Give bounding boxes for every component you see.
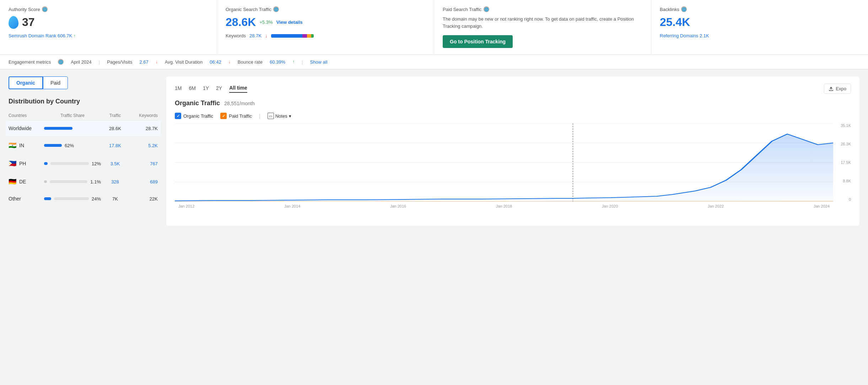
keywords-value: 28.7K [249, 33, 262, 38]
worldwide-traffic-bar [44, 127, 72, 130]
organic-paid-tabs: Organic Paid [9, 76, 158, 89]
export-icon [829, 86, 834, 91]
paid-legend-label: Paid Traffic [229, 113, 252, 119]
worldwide-keywords: 28.7K [129, 126, 158, 131]
x-label-2016: Jan 2016 [390, 204, 406, 208]
bar-green [311, 34, 313, 38]
other-traffic: 7K [101, 196, 129, 202]
backlinks-value-row: 25.4K [660, 16, 859, 29]
goto-position-tracking-button[interactable]: Go to Position Tracking [443, 35, 513, 48]
engagement-period: April 2024 [71, 59, 92, 65]
x-axis-labels: Jan 2012 Jan 2014 Jan 2016 Jan 2018 Jan … [175, 204, 833, 208]
worldwide-bar [44, 127, 101, 130]
bar-blue [271, 34, 302, 38]
x-label-2024: Jan 2024 [814, 204, 830, 208]
authority-score-label: Authority Score [9, 7, 40, 12]
y-label-17k: 17.5K [835, 160, 851, 165]
notes-chevron-icon: ▾ [289, 113, 291, 119]
chart-organic-area [175, 134, 833, 202]
authority-score-value-row: 37 [9, 16, 208, 29]
traffic-chart [175, 123, 833, 202]
in-traffic-bar [44, 144, 62, 147]
time-tab-6m[interactable]: 6M [189, 85, 195, 92]
other-traffic-bar [44, 197, 51, 200]
tab-paid[interactable]: Paid [43, 76, 68, 89]
table-row: Other 24% 7K 22K [9, 191, 158, 207]
table-row: 🇮🇳 IN 62% 17.8K 5.2K [9, 137, 158, 155]
organic-search-card: Organic Search Traffic 🌐 28.6K +5.3% Vie… [217, 0, 434, 54]
backlinks-card: Backlinks 🌐 25.4K Referring Domains 2.1K [651, 0, 868, 54]
tab-organic[interactable]: Organic [9, 76, 43, 89]
organic-search-value-row: 28.6K +5.3% View details [226, 16, 425, 29]
organic-legend-label: Organic Traffic [183, 113, 213, 119]
x-label-2012: Jan 2012 [178, 204, 194, 208]
backlinks-title: Backlinks 🌐 [660, 6, 859, 12]
time-tab-2y[interactable]: 2Y [216, 85, 222, 92]
organic-change: +5.3% [259, 20, 273, 25]
x-label-2014: Jan 2014 [284, 204, 300, 208]
other-bar-bg [54, 197, 89, 200]
authority-score-sub: Semrush Domain Rank 606.7K ↑ [9, 33, 208, 38]
time-tab-1y[interactable]: 1Y [203, 85, 209, 92]
x-label-2018: Jan 2018 [496, 204, 512, 208]
bar-purple [302, 34, 307, 38]
col-countries: Countries [9, 113, 44, 118]
organic-search-label: Organic Search Traffic [226, 7, 271, 12]
paid-globe-icon: 🌐 [484, 6, 489, 12]
ph-traffic: 3.5K [101, 161, 129, 166]
table-row: Worldwide 28.6K 28.7K [6, 121, 161, 137]
y-label-0: 0 [835, 197, 851, 202]
show-all-link[interactable]: Show all [310, 59, 327, 65]
backlinks-sub: Referring Domains 2.1K [660, 33, 859, 38]
avg-visit-value: 06:42 [210, 59, 221, 65]
country-ph: 🇵🇭 PH [9, 160, 44, 167]
de-bar-bg [50, 180, 87, 183]
main-content: Organic Paid Distribution by Country Cou… [0, 69, 868, 233]
in-traffic: 17.8K [101, 143, 129, 148]
bounce-rate-arrow: ↑ [292, 59, 295, 64]
keywords-label: Keywords [226, 33, 246, 38]
authority-score-card: Authority Score 🌐 37 Semrush Domain Rank… [0, 0, 217, 54]
ph-keywords: 767 [129, 161, 158, 166]
time-tab-alltime[interactable]: All time [229, 85, 247, 93]
organic-traffic-legend[interactable]: ✓ Organic Traffic [175, 113, 213, 119]
in-bar: 62% [44, 143, 101, 148]
notes-label: Notes [275, 113, 287, 119]
de-bar: 1.1% [44, 179, 101, 185]
x-label-2020: Jan 2020 [602, 204, 618, 208]
backlinks-globe-icon: 🌐 [681, 6, 687, 12]
organic-check: ✓ [175, 113, 181, 119]
globe-icon: 🌐 [42, 6, 48, 12]
ph-bar-bg [50, 162, 89, 165]
export-button[interactable]: Expo [824, 84, 851, 94]
other-bar: 24% [44, 196, 101, 202]
keywords-distribution-bar [271, 34, 314, 38]
chart-title-row: Organic Traffic 28,551/month [175, 100, 851, 107]
bounce-rate-value: 60.39% [270, 59, 285, 65]
organic-search-number: 28.6K [226, 16, 256, 29]
y-label-35k: 35.1K [835, 123, 851, 128]
view-details-link[interactable]: View details [276, 20, 303, 25]
organic-search-title: Organic Search Traffic 🌐 [226, 6, 425, 12]
y-axis-labels: 35.1K 26.3K 17.5K 8.8K 0 [835, 123, 851, 202]
country-other: Other [9, 196, 44, 202]
engagement-globe-icon: 🌐 [58, 59, 64, 65]
authority-egg-icon [9, 16, 18, 29]
pages-visits-arrow: ↓ [156, 59, 158, 64]
paid-traffic-legend[interactable]: ✓ Paid Traffic [220, 113, 252, 119]
engagement-bar: Engagement metrics 🌐 April 2024 | Pages/… [0, 55, 868, 69]
bounce-rate-label: Bounce rate [238, 59, 263, 65]
notes-button[interactable]: ▭ Notes ▾ [268, 113, 291, 119]
notes-icon: ▭ [268, 113, 274, 119]
authority-score-title: Authority Score 🌐 [9, 6, 208, 12]
keywords-row: Keywords 28.7K ↓ [226, 33, 425, 38]
country-table-header: Countries Traffic Share Traffic Keywords [9, 111, 158, 121]
de-keywords: 689 [129, 179, 158, 185]
time-tab-1m[interactable]: 1M [175, 85, 182, 92]
table-row: 🇵🇭 PH 12% 3.5K 767 [9, 155, 158, 173]
flag-ph: 🇵🇭 [9, 160, 16, 167]
table-row: 🇩🇪 DE 1.1% 328 689 [9, 173, 158, 191]
paid-search-label: Paid Search Traffic [443, 7, 482, 12]
flag-in: 🇮🇳 [9, 141, 16, 149]
paid-check: ✓ [220, 113, 227, 119]
